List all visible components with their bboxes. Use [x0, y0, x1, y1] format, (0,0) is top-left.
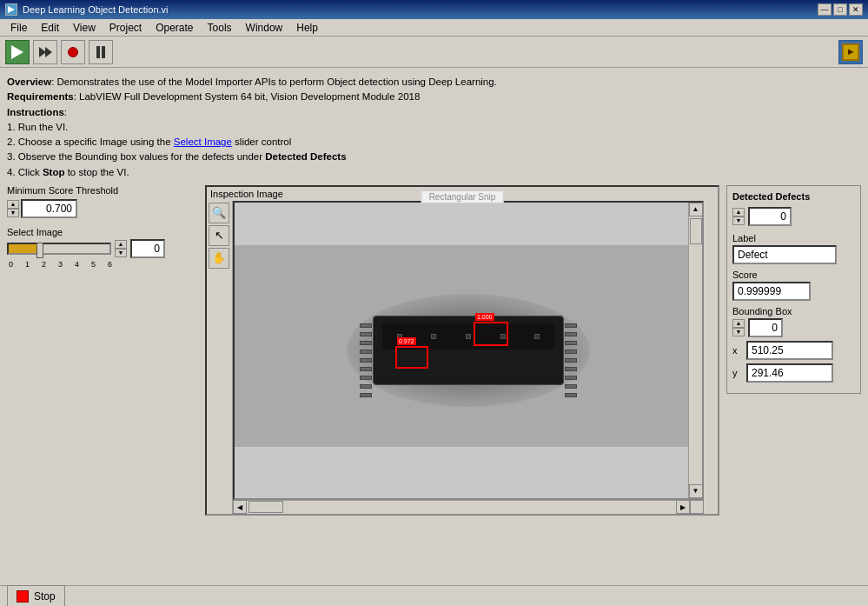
scroll-down-arrow[interactable]: ▼ — [689, 484, 703, 498]
slider-down[interactable]: ▼ — [115, 249, 127, 257]
overview-label: Overview — [7, 77, 51, 87]
tick-5: 5 — [91, 260, 96, 269]
svg-marker-2 — [39, 47, 46, 57]
defect-index-down[interactable]: ▼ — [732, 216, 745, 225]
slider-spinners: ▲ ▼ — [115, 240, 127, 257]
select-image-label: Select Image — [7, 227, 198, 237]
step1-text: 1. Run the VI. — [7, 122, 68, 132]
stop-button[interactable]: Stop — [7, 585, 65, 607]
bounding-box-label: Bounding Box — [732, 306, 855, 316]
hand-button[interactable]: ✋ — [209, 248, 229, 269]
stop-icon — [17, 590, 29, 603]
min-score-up[interactable]: ▲ — [7, 200, 19, 209]
bbox-index-field[interactable] — [748, 318, 783, 337]
minimize-button[interactable]: — — [818, 3, 832, 16]
tick-4: 4 — [75, 260, 79, 269]
tick-0: 0 — [9, 260, 13, 269]
menu-tools[interactable]: Tools — [201, 20, 239, 36]
scroll-right-arrow[interactable]: ▶ — [676, 500, 690, 514]
y-label: y — [732, 368, 741, 378]
min-score-input-row: ▲ ▼ — [7, 199, 198, 218]
labview-indicator: ▶ — [838, 40, 863, 64]
horizontal-scrollbar[interactable]: ◀ ▶ — [233, 500, 704, 514]
defect-index-row: ▲ ▼ — [732, 207, 855, 226]
slider-thumb[interactable] — [36, 243, 43, 258]
scroll-left-arrow[interactable]: ◀ — [233, 500, 247, 514]
detection-box-1: 1.000 — [474, 322, 508, 346]
image-slider[interactable] — [7, 243, 111, 255]
menu-bar: File Edit View Project Operate Tools Win… — [0, 19, 868, 37]
tick-1: 1 — [25, 260, 30, 269]
select-image-group: Select Image ▲ ▼ 0 1 2 3 4 — [7, 227, 198, 269]
pause-button[interactable] — [89, 40, 113, 64]
label-field-group: Label — [732, 233, 855, 264]
x-field[interactable] — [746, 341, 833, 360]
bounding-box-group: Bounding Box ▲ ▼ x — [732, 306, 855, 383]
scroll-thumb-v[interactable] — [690, 218, 702, 244]
close-button[interactable]: ✕ — [849, 3, 863, 16]
nv-inner-icon: ▶ — [842, 43, 859, 61]
abort-button[interactable] — [61, 40, 85, 64]
detected-defects-label: Detected Defects — [265, 151, 346, 162]
y-field[interactable] — [746, 363, 833, 383]
tick-3: 3 — [58, 260, 63, 269]
menu-project[interactable]: Project — [103, 20, 149, 36]
app-icon — [5, 3, 17, 16]
vertical-scrollbar[interactable]: ▲ ▼ — [688, 203, 702, 498]
title-bar: Deep Learning Object Detection.vi — □ ✕ — [0, 0, 868, 19]
label-field-label: Label — [732, 233, 855, 243]
menu-view[interactable]: View — [66, 20, 103, 36]
bbox-index-spinners: ▲ ▼ — [732, 319, 745, 336]
min-score-down[interactable]: ▼ — [7, 209, 19, 217]
image-viewport: 1.000 0.972 ▲ ▼ — [233, 201, 704, 500]
menu-help[interactable]: Help — [289, 20, 325, 36]
slider-value-field[interactable] — [130, 239, 165, 258]
label-field[interactable] — [732, 245, 837, 264]
defect-index-field[interactable] — [748, 207, 792, 226]
zoom-tools: 🔍 ↖ ✋ — [207, 201, 233, 514]
info-text: Overview: Demonstrates the use of the Mo… — [7, 75, 861, 180]
toolbar: ▶ — [0, 37, 868, 68]
bbox-index-up[interactable]: ▲ — [732, 319, 745, 328]
detected-defects-panel: Detected Defects ▲ ▼ Label Sc — [726, 185, 861, 394]
score-field-label: Score — [732, 270, 855, 280]
detection-box-2: 0.972 — [395, 346, 428, 369]
menu-file[interactable]: File — [3, 20, 34, 36]
left-controls: Minimum Score Threshold ▲ ▼ Select Image — [7, 185, 198, 269]
main-content: Overview: Demonstrates the use of the Mo… — [0, 68, 868, 569]
requirements-text: : LabVIEW Full Development System 64 bit… — [74, 91, 421, 102]
tick-6: 6 — [108, 260, 112, 269]
overview-text: : Demonstrates the use of the Model Impo… — [51, 77, 497, 87]
menu-operate[interactable]: Operate — [149, 20, 200, 36]
score-field[interactable] — [732, 282, 811, 301]
instructions-colon: : — [64, 107, 67, 117]
run-button[interactable] — [5, 40, 30, 64]
defect-index-spinners: ▲ ▼ — [732, 208, 745, 225]
run-continuously-button[interactable] — [33, 40, 57, 64]
menu-edit[interactable]: Edit — [34, 20, 66, 36]
pointer-button[interactable]: ↖ — [209, 225, 229, 246]
step3-pre: 3. Observe the Bounding box values for t… — [7, 151, 265, 162]
min-score-group: Minimum Score Threshold ▲ ▼ — [7, 185, 198, 218]
status-bar: Stop — [0, 585, 868, 606]
defect-index-up[interactable]: ▲ — [732, 208, 745, 216]
menu-window[interactable]: Window — [239, 20, 290, 36]
step4-pre: 4. Click — [7, 167, 43, 177]
slider-up[interactable]: ▲ — [115, 240, 127, 249]
stop-label: Stop — [34, 590, 56, 603]
window-title: Deep Learning Object Detection.vi — [23, 4, 818, 15]
min-score-field[interactable] — [21, 199, 77, 218]
requirements-label: Requirements — [7, 91, 74, 102]
snip-label: Rectangular Snip — [421, 190, 504, 203]
step2-pre: 2. Choose a specific Image using the — [7, 137, 174, 147]
instructions-label: Instructions — [7, 107, 64, 117]
maximize-button[interactable]: □ — [833, 3, 847, 16]
detected-defects-title: Detected Defects — [732, 191, 855, 202]
bbox-index-down[interactable]: ▼ — [732, 328, 745, 336]
min-score-spinners: ▲ ▼ — [7, 200, 19, 217]
scroll-up-arrow[interactable]: ▲ — [689, 203, 703, 216]
right-panel: Detected Defects ▲ ▼ Label Sc — [726, 185, 861, 394]
min-score-label: Minimum Score Threshold — [7, 185, 198, 196]
zoom-button[interactable]: 🔍 — [209, 203, 229, 223]
scroll-thumb-h[interactable] — [248, 501, 283, 513]
